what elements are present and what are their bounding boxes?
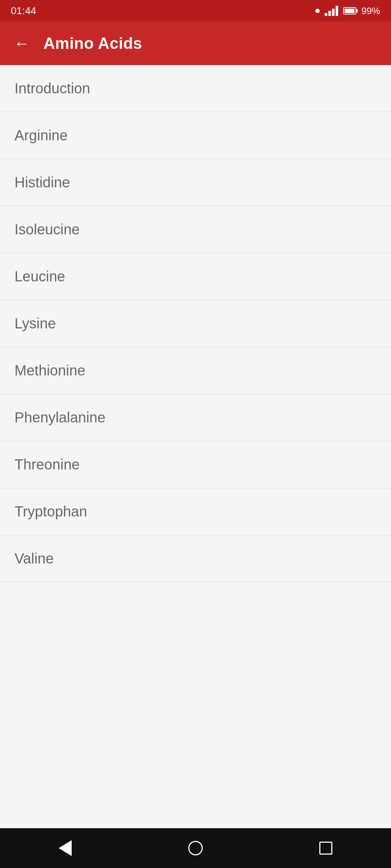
nav-bar: [0, 828, 391, 868]
status-time: 01:44: [11, 5, 36, 17]
signal-strength-icon: [325, 6, 338, 16]
battery-percent: 99%: [361, 5, 380, 17]
status-bar: 01:44 99%: [0, 0, 391, 22]
status-icons: 99%: [315, 5, 380, 17]
battery-icon: [343, 7, 356, 14]
list-item-label: Arginine: [14, 127, 68, 144]
list-item-label: Isoleucine: [14, 221, 80, 238]
list-item-label: Methionine: [14, 362, 85, 379]
list-item-label: Introduction: [14, 80, 90, 97]
list-item[interactable]: Introduction: [0, 65, 391, 112]
list-item-label: Valine: [14, 550, 54, 567]
list-item-label: Leucine: [14, 268, 65, 285]
app-title: Amino Acids: [43, 34, 142, 52]
nav-recent-button[interactable]: [311, 834, 340, 863]
app-bar: ← Amino Acids: [0, 22, 391, 65]
list-item-label: Tryptophan: [14, 503, 87, 520]
list-container: IntroductionArginineHistidineIsoleucineL…: [0, 65, 391, 828]
list-item[interactable]: Phenylalanine: [0, 394, 391, 441]
list-item[interactable]: Lysine: [0, 300, 391, 347]
list-item[interactable]: Methionine: [0, 347, 391, 394]
back-nav-icon: [59, 840, 72, 856]
list-item[interactable]: Valine: [0, 535, 391, 582]
list-item[interactable]: Threonine: [0, 441, 391, 488]
list-item-label: Threonine: [14, 456, 80, 473]
nav-home-button[interactable]: [181, 834, 210, 863]
list-item[interactable]: Arginine: [0, 112, 391, 159]
list-item-label: Phenylalanine: [14, 409, 105, 426]
list-item[interactable]: Tryptophan: [0, 488, 391, 535]
list-item-label: Lysine: [14, 315, 56, 332]
back-button[interactable]: ←: [11, 34, 33, 52]
nav-back-button[interactable]: [51, 834, 80, 863]
list-item-label: Histidine: [14, 174, 70, 191]
list-item[interactable]: Leucine: [0, 253, 391, 300]
home-nav-icon: [188, 841, 203, 855]
signal-dot-icon: [315, 9, 320, 13]
list-item[interactable]: Histidine: [0, 159, 391, 206]
list-item[interactable]: Isoleucine: [0, 206, 391, 253]
recent-nav-icon: [319, 842, 332, 855]
